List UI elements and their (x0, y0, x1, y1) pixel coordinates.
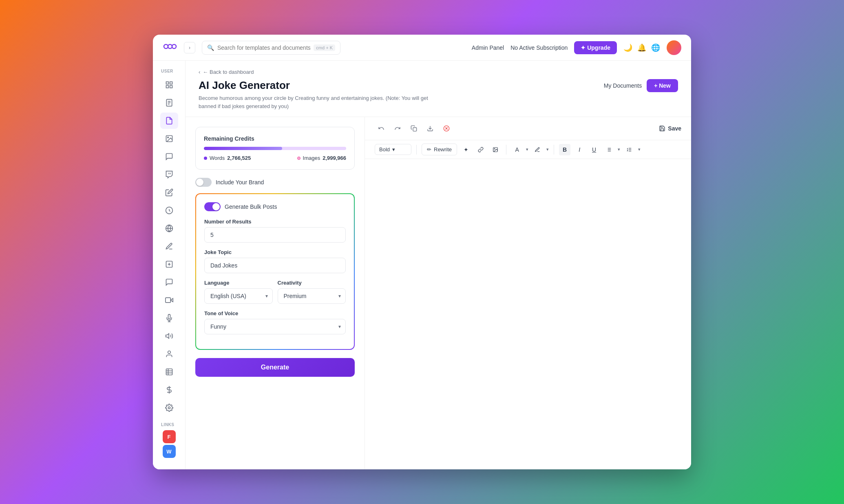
search-bar[interactable]: 🔍 cmd + K (202, 41, 340, 55)
page-subtitle: Become humorous among your circle by Cre… (199, 94, 443, 110)
globe-icon[interactable]: 🌐 (651, 43, 660, 52)
topbar-right: Admin Panel No Active Subscription ✦ Upg… (472, 40, 681, 55)
sidebar-link-w[interactable]: W (163, 445, 176, 458)
back-link-label: ← Back to dashboard (203, 69, 254, 75)
language-select-wrapper: English (USA) English (UK) Spanish Frenc… (204, 288, 273, 304)
my-documents-button[interactable]: My Documents (604, 82, 642, 89)
app-window: › 🔍 cmd + K Admin Panel No Active Subscr… (153, 35, 691, 469)
image-insert-button[interactable] (490, 144, 501, 155)
main-content: ‹ ← Back to dashboard AI Joke Generator … (186, 61, 691, 469)
avatar[interactable] (667, 40, 681, 55)
delete-button[interactable] (440, 122, 453, 135)
formatting-bar: Bold ▾ ✏ Rewrite ✦ (365, 140, 691, 159)
sidebar-item-user[interactable] (160, 346, 178, 362)
upgrade-button[interactable]: ✦ Upgrade (574, 41, 617, 54)
bullet-list-button[interactable] (603, 144, 614, 155)
joke-topic-input[interactable] (204, 258, 346, 273)
number-of-results-label: Number of Results (204, 219, 346, 225)
bullet-list-chevron-icon[interactable]: ▾ (618, 147, 620, 152)
sidebar: USER (153, 61, 186, 469)
svg-point-0 (164, 44, 168, 49)
sidebar-item-edit[interactable] (160, 184, 178, 201)
creativity-select[interactable]: Premium High Medium Low (278, 288, 346, 304)
language-creativity-row: Language English (USA) English (UK) Span… (204, 280, 346, 304)
sidebar-item-chat[interactable] (160, 148, 178, 165)
sidebar-item-pen[interactable] (160, 238, 178, 254)
svg-marker-19 (170, 298, 173, 302)
sidebar-item-audio[interactable] (160, 328, 178, 344)
svg-point-1 (168, 44, 172, 49)
joke-topic-label: Joke Topic (204, 249, 346, 255)
svg-rect-3 (166, 82, 168, 84)
link-button[interactable] (475, 144, 486, 155)
save-button[interactable]: Save (659, 125, 681, 132)
highlight-chevron-icon[interactable]: ▾ (546, 147, 549, 152)
number-of-results-input[interactable] (204, 227, 346, 243)
include-brand-row: Include Your Brand (195, 178, 355, 187)
sidebar-item-globe[interactable] (160, 220, 178, 237)
page-title: AI Joke Generator (199, 79, 443, 92)
copy-button[interactable] (407, 122, 420, 135)
toolbar-divider-1 (416, 145, 417, 155)
download-button[interactable] (424, 122, 437, 135)
credits-bar-container (204, 147, 346, 150)
words-value: 2,766,525 (227, 155, 251, 161)
font-select[interactable]: Bold ▾ (375, 144, 411, 155)
editor-toolbar: Save (365, 117, 691, 140)
bold-button[interactable]: B (559, 144, 570, 155)
sidebar-item-video[interactable] (160, 292, 178, 308)
left-panel: Remaining Credits Words 2,766,525 (186, 117, 365, 469)
sidebar-links-label: LINKS (153, 421, 185, 429)
text-color-button[interactable]: A (511, 144, 523, 155)
highlight-button[interactable] (532, 144, 543, 155)
sidebar-item-table[interactable] (160, 364, 178, 380)
search-input[interactable] (217, 44, 310, 51)
text-color-chevron-icon[interactable]: ▾ (526, 147, 528, 152)
undo-button[interactable] (375, 122, 388, 135)
new-document-button[interactable]: + New (647, 79, 678, 92)
creativity-field: Creativity Premium High Medium Low ▾ (278, 280, 346, 304)
creativity-select-wrapper: Premium High Medium Low ▾ (278, 288, 346, 304)
sidebar-item-docs[interactable] (160, 95, 178, 111)
right-panel: Save Bold ▾ ✏ Rewrite (365, 117, 691, 469)
sidebar-item-grid[interactable] (160, 77, 178, 93)
back-link[interactable]: ‹ ← Back to dashboard (199, 69, 678, 75)
tone-select-wrapper: Funny Professional Casual Serious ▾ (204, 319, 346, 334)
italic-button[interactable]: I (574, 144, 585, 155)
sidebar-item-ai[interactable] (160, 202, 178, 219)
sidebar-item-editor[interactable] (160, 113, 178, 129)
credits-card: Remaining Credits Words 2,766,525 (195, 127, 355, 170)
sidebar-item-dollar[interactable] (160, 382, 178, 398)
sidebar-item-image[interactable] (160, 130, 178, 147)
sidebar-item-mic[interactable] (160, 310, 178, 326)
ordered-list-button[interactable] (623, 144, 635, 155)
generate-button[interactable]: Generate (195, 358, 355, 377)
svg-rect-6 (170, 86, 172, 88)
ordered-list-chevron-icon[interactable]: ▾ (638, 147, 641, 152)
ai-add-button[interactable]: ✦ (460, 144, 472, 155)
back-arrow-icon: ‹ (199, 69, 200, 75)
editor-content[interactable] (378, 172, 678, 335)
tone-select[interactable]: Funny Professional Casual Serious (204, 319, 346, 334)
sidebar-item-msg[interactable] (160, 274, 178, 290)
images-value: 2,999,966 (323, 155, 346, 161)
rewrite-button[interactable]: ✏ Rewrite (422, 144, 457, 155)
sidebar-link-f[interactable]: F (163, 430, 176, 443)
bulk-posts-toggle[interactable] (204, 202, 221, 211)
underline-button[interactable]: U (588, 144, 600, 155)
sidebar-item-settings[interactable] (160, 400, 178, 416)
topbar-icons: 🌙 🔔 🌐 (623, 43, 660, 52)
notifications-icon[interactable]: 🔔 (637, 43, 646, 52)
language-field: Language English (USA) English (UK) Span… (204, 280, 273, 304)
content-area: Remaining Credits Words 2,766,525 (186, 117, 691, 469)
admin-panel-link[interactable]: Admin Panel (472, 44, 504, 51)
font-chevron-icon: ▾ (392, 146, 395, 153)
sidebar-item-imgplus[interactable] (160, 256, 178, 272)
topbar: › 🔍 cmd + K Admin Panel No Active Subscr… (153, 35, 691, 61)
redo-button[interactable] (391, 122, 404, 135)
include-brand-toggle[interactable] (195, 178, 212, 187)
dark-mode-icon[interactable]: 🌙 (623, 43, 632, 52)
sidebar-item-social[interactable] (160, 166, 178, 183)
language-select[interactable]: English (USA) English (UK) Spanish Frenc… (204, 288, 273, 304)
nav-toggle-btn[interactable]: › (184, 42, 195, 53)
